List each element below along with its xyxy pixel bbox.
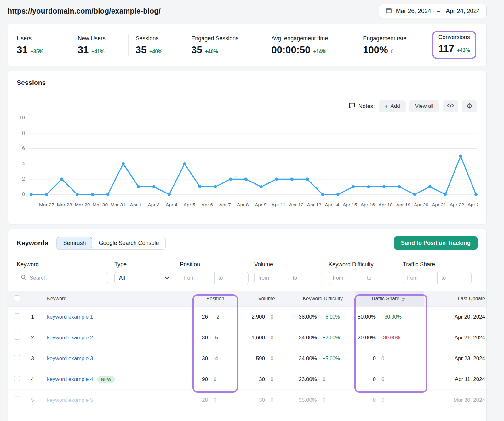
svg-text:Mar 27: Mar 27: [39, 202, 54, 207]
svg-text:Apr 14: Apr 14: [325, 202, 339, 207]
svg-text:Apr 23: Apr 23: [467, 202, 478, 207]
stat-label: Avg. engagement time: [271, 35, 356, 42]
svg-text:Apr 18: Apr 18: [378, 202, 393, 207]
sessions-chart-svg: 0246810Mar 27Mar 28Mar 29Mar 30Mar 31Apr…: [17, 114, 478, 210]
difficulty-delta: +6.00%: [323, 314, 343, 320]
svg-text:Apr 19: Apr 19: [396, 202, 411, 207]
table-header-row: Keyword Position Volume Keyword Difficul…: [8, 291, 486, 306]
header-keyword-difficulty[interactable]: Keyword Difficulty: [287, 296, 355, 302]
volume-to-input[interactable]: [289, 272, 323, 284]
difficulty-value: 34.00%: [299, 355, 317, 362]
keyword-search-input[interactable]: [30, 275, 104, 281]
difficulty-delta: 0: [323, 397, 343, 403]
chart-settings-button[interactable]: ⚙: [462, 100, 477, 112]
svg-text:Apr 3: Apr 3: [148, 202, 159, 207]
toggle-visibility-button[interactable]: [443, 100, 458, 112]
difficulty-value: 34.00%: [299, 335, 317, 341]
position-delta: -4: [214, 356, 224, 361]
position-to-input[interactable]: [214, 272, 248, 284]
page: https://yourdomain.com/blog/example-blog…: [8, 4, 487, 421]
new-badge: NEW: [97, 376, 115, 383]
stat-label: Engagement rate: [363, 35, 432, 42]
stat-delta: +14%: [313, 49, 326, 55]
row-checkbox[interactable]: [14, 334, 20, 340]
select-all-checkbox[interactable]: [14, 295, 20, 301]
position-delta: +2: [214, 314, 224, 320]
tab-semrush[interactable]: Semrush: [57, 237, 92, 249]
header-position[interactable]: Position: [186, 296, 233, 302]
stats-panel: Users 31+35% New Users 31+41% Sessions 3…: [8, 24, 487, 66]
svg-text:Apr 22: Apr 22: [450, 202, 464, 207]
keyword-link[interactable]: keyword example 5: [47, 397, 93, 403]
stat-value: 35: [135, 44, 146, 56]
add-note-button[interactable]: + Add: [379, 100, 406, 112]
svg-text:Apr 5: Apr 5: [183, 202, 195, 207]
last-update-value: Apr 11, 2024: [424, 376, 487, 383]
difficulty-value: 23.00%: [299, 376, 317, 383]
view-all-notes-button[interactable]: View all: [410, 100, 439, 112]
send-to-position-tracking-button[interactable]: Send to Position Tracking: [394, 236, 478, 250]
type-select[interactable]: All: [114, 272, 174, 284]
svg-text:0: 0: [22, 192, 25, 197]
keyword-link[interactable]: keyword example 3: [47, 355, 93, 362]
filter-traffic-share: Traffic Share: [403, 261, 472, 284]
notes-toolbar: Notes: + Add View all ⚙: [8, 100, 477, 112]
svg-text:Apr 7: Apr 7: [219, 202, 231, 207]
traffic-share-value: 0: [373, 355, 376, 362]
volume-from-input[interactable]: [255, 272, 289, 284]
table-row: 5 keyword example 5 280 300 35.00%0 00 M…: [8, 389, 486, 410]
stat-label: New Users: [78, 35, 129, 42]
eye-icon: [447, 102, 454, 110]
traffic-share-delta: -30.00%: [381, 335, 407, 341]
svg-text:Mar 28: Mar 28: [57, 202, 72, 207]
row-number: 4: [26, 376, 39, 383]
row-checkbox[interactable]: [14, 376, 20, 381]
difficulty-delta: +5.00%: [323, 356, 343, 361]
row-checkbox[interactable]: [14, 355, 20, 360]
difficulty-from-input[interactable]: [329, 272, 363, 284]
keyword-link[interactable]: keyword example 2: [47, 335, 93, 341]
header-traffic-share[interactable]: Traffic Share: [355, 291, 424, 306]
header-last-update[interactable]: Last Update: [424, 296, 487, 302]
svg-text:10: 10: [19, 115, 25, 120]
table-row: 1 keyword example 1 26+2 2,9000 38.00%+6…: [8, 306, 486, 327]
row-number: 2: [26, 335, 39, 341]
traffic-share-delta: 0: [381, 356, 407, 361]
calendar-icon: [385, 7, 392, 15]
stat-delta: +43%: [457, 48, 470, 53]
row-checkbox[interactable]: [14, 396, 20, 402]
table-row: 3 keyword example 3 30-4 5900 34.00%+5.0…: [8, 348, 486, 369]
row-number: 1: [26, 314, 39, 320]
keywords-header: Keywords Semrush Google Search Console S…: [8, 229, 486, 256]
position-value: 90: [202, 376, 208, 383]
traffic-share-delta: 0: [381, 377, 407, 382]
stat-label: Conversions: [438, 34, 470, 41]
stat-sessions: Sessions 35+40%: [128, 34, 184, 56]
notes-label: Notes:: [358, 103, 375, 110]
header-volume[interactable]: Volume: [233, 296, 287, 302]
traffic-share-delta: 0: [381, 397, 407, 403]
traffic-share-to-input[interactable]: [437, 272, 471, 284]
svg-text:2: 2: [22, 176, 25, 182]
traffic-share-from-input[interactable]: [403, 272, 437, 284]
keyword-link[interactable]: keyword example 1: [47, 314, 93, 320]
filter-keyword-label: Keyword: [17, 261, 108, 268]
notes-label-group: Notes:: [348, 102, 375, 111]
sessions-title: Sessions: [17, 79, 478, 86]
svg-text:8: 8: [22, 130, 25, 136]
difficulty-to-input[interactable]: [363, 272, 397, 284]
position-from-input[interactable]: [180, 272, 214, 284]
position-value: 30: [202, 335, 208, 341]
date-range-picker[interactable]: Mar 26, 2024 – Apr 24, 2024: [379, 4, 487, 18]
type-select-value: All: [119, 275, 125, 281]
tab-google-search-console[interactable]: Google Search Console: [92, 237, 165, 249]
volume-value: 30: [259, 376, 265, 383]
row-checkbox[interactable]: [14, 313, 20, 319]
table-row: 2 keyword example 2 30-5 1,6000 34.00%+2…: [8, 327, 486, 348]
stat-new-users: New Users 31+41%: [71, 34, 129, 56]
keywords-panel: Keywords Semrush Google Search Console S…: [8, 229, 487, 421]
stat-label: Sessions: [135, 35, 184, 42]
header-keyword[interactable]: Keyword: [39, 296, 186, 302]
keyword-link[interactable]: keyword example 4: [47, 376, 93, 383]
filter-volume: Volume: [254, 261, 323, 284]
